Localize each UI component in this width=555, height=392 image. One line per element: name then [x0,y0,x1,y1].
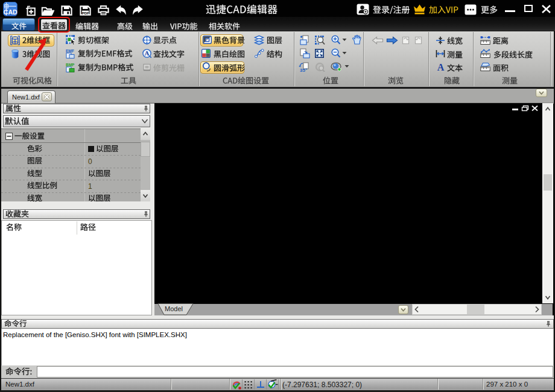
svg-text:EMF: EMF [66,49,74,53]
svg-text:35°: 35° [300,68,307,72]
svg-text:CAD: CAD [4,8,17,16]
svg-text:BMP: BMP [66,63,75,67]
svg-text:A: A [145,49,150,57]
svg-text:PDF: PDF [82,11,89,15]
